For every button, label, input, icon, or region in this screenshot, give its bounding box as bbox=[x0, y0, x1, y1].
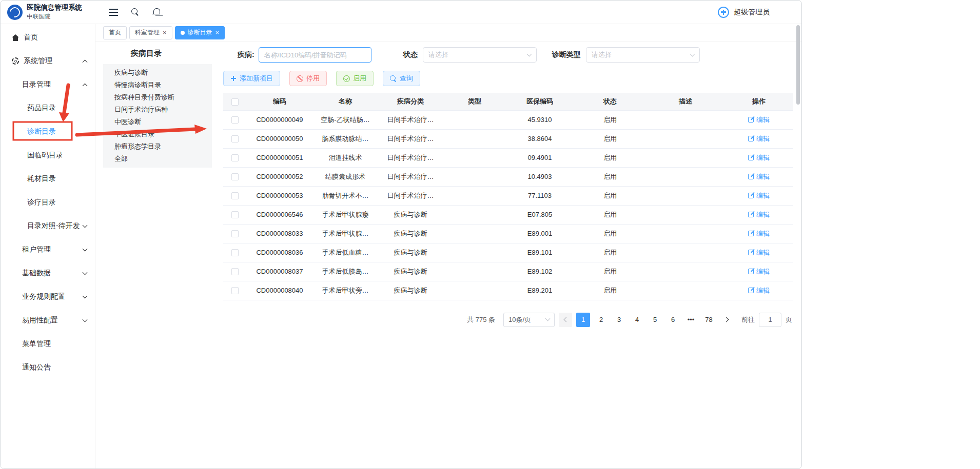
cell-code: CD0000000050 bbox=[246, 129, 313, 148]
row-checkbox[interactable] bbox=[231, 268, 239, 275]
active-tab-dot bbox=[181, 31, 185, 35]
cell-insurance-code: E89.001 bbox=[506, 224, 574, 243]
row-checkbox[interactable] bbox=[231, 135, 239, 142]
sidebar-item[interactable]: 耗材目录 bbox=[1, 167, 95, 191]
edit-icon bbox=[748, 136, 754, 141]
global-search-button[interactable] bbox=[131, 8, 139, 16]
catalog-item[interactable]: 疾病与诊断 bbox=[103, 67, 212, 79]
row-checkbox[interactable] bbox=[231, 116, 239, 124]
add-item-button[interactable]: 添加新项目 bbox=[223, 71, 280, 86]
cell-description bbox=[646, 110, 724, 129]
table-row: CD0000000052 结膜囊成形术 日间手术治疗… 10.4903 启用 bbox=[223, 167, 793, 186]
status-select-value: 请选择 bbox=[428, 50, 448, 59]
tab-close-icon[interactable]: × bbox=[215, 29, 220, 36]
row-checkbox[interactable] bbox=[231, 230, 239, 237]
edit-button[interactable]: 编辑 bbox=[748, 267, 770, 276]
catalog-item[interactable]: 中医诊断 bbox=[103, 116, 212, 128]
collapse-sidebar-button[interactable] bbox=[109, 9, 118, 16]
edit-icon bbox=[748, 250, 754, 255]
page-number-button[interactable]: 78 bbox=[702, 313, 716, 327]
page-size-select[interactable]: 10条/页 bbox=[503, 313, 555, 327]
edit-button[interactable]: 编辑 bbox=[748, 286, 770, 295]
edit-button[interactable]: 编辑 bbox=[748, 210, 770, 219]
tab[interactable]: 诊断目录 × bbox=[175, 26, 225, 39]
next-page-button[interactable] bbox=[720, 313, 733, 327]
page-number-button[interactable]: ••• bbox=[684, 313, 698, 327]
edit-icon bbox=[748, 288, 754, 293]
edit-button[interactable]: 编辑 bbox=[748, 248, 770, 257]
edit-button[interactable]: 编辑 bbox=[748, 153, 770, 162]
scrollbar-thumb[interactable] bbox=[796, 25, 800, 105]
tab[interactable]: 科室管理 × bbox=[129, 26, 172, 39]
edit-button[interactable]: 编辑 bbox=[748, 191, 770, 200]
sidebar-item[interactable]: 诊断目录 bbox=[1, 120, 95, 144]
cell-code: CD0000008036 bbox=[246, 243, 313, 262]
status-select[interactable]: 请选择 bbox=[423, 47, 537, 63]
sidebar-item[interactable]: 业务规则配置 bbox=[1, 285, 95, 309]
catalog-item[interactable]: 全部 bbox=[103, 153, 212, 165]
sidebar-item[interactable]: 首页 bbox=[1, 26, 95, 49]
sidebar-item[interactable]: 系统管理 bbox=[1, 49, 95, 73]
cell-code: CD0000000053 bbox=[246, 186, 313, 205]
cell-description bbox=[646, 167, 724, 186]
sidebar-item[interactable]: 易用性配置 bbox=[1, 309, 95, 332]
diagnosis-type-select[interactable]: 请选择 bbox=[586, 47, 700, 63]
edit-button[interactable]: 编辑 bbox=[748, 229, 770, 238]
table-row: CD0000008033 手术后甲状腺… 疾病与诊断 E89.001 启用 bbox=[223, 224, 793, 243]
user-menu[interactable]: 超级管理员 bbox=[718, 7, 801, 18]
row-checkbox[interactable] bbox=[231, 192, 239, 199]
disease-filter-label: 疾病: bbox=[238, 50, 254, 59]
sidebar-item[interactable]: 目录对照-待开发 bbox=[1, 214, 95, 238]
row-checkbox[interactable] bbox=[231, 249, 239, 256]
tab-label: 诊断目录 bbox=[188, 28, 212, 37]
sidebar-item[interactable]: 通知公告 bbox=[1, 356, 95, 379]
tab[interactable]: 首页 × bbox=[103, 26, 127, 39]
catalog-item[interactable]: 特慢病诊断目录 bbox=[103, 79, 212, 91]
row-checkbox[interactable] bbox=[231, 154, 239, 161]
prev-page-button[interactable] bbox=[559, 313, 572, 327]
cell-insurance-code: E07.805 bbox=[506, 205, 574, 224]
catalog-item[interactable]: 肿瘤形态学目录 bbox=[103, 140, 212, 153]
disable-button[interactable]: 停用 bbox=[289, 71, 327, 86]
sidebar-item[interactable]: 国临码目录 bbox=[1, 144, 95, 167]
query-button[interactable]: 查询 bbox=[383, 71, 420, 86]
edit-button[interactable]: 编辑 bbox=[748, 172, 770, 181]
sidebar-item[interactable]: 药品目录 bbox=[1, 96, 95, 120]
catalog-item[interactable]: 日间手术治疗病种 bbox=[103, 104, 212, 116]
edit-button[interactable]: 编辑 bbox=[748, 134, 770, 144]
status-filter-label: 状态 bbox=[403, 50, 418, 59]
sidebar-item[interactable]: 租户管理 bbox=[1, 238, 95, 261]
row-checkbox[interactable] bbox=[231, 211, 239, 218]
catalog-item[interactable]: 中医证候目录 bbox=[103, 128, 212, 140]
cell-code: CD0000008033 bbox=[246, 224, 313, 243]
sidebar-item[interactable]: 菜单管理 bbox=[1, 332, 95, 356]
enable-button[interactable]: 启用 bbox=[336, 71, 374, 86]
row-checkbox[interactable] bbox=[231, 173, 239, 180]
cell-code: CD0000000049 bbox=[246, 110, 313, 129]
cell-type bbox=[443, 129, 506, 148]
edit-button[interactable]: 编辑 bbox=[748, 115, 770, 125]
cell-type bbox=[443, 243, 506, 262]
scrollbar[interactable] bbox=[796, 25, 800, 466]
catalog-item[interactable]: 按病种目录付费诊断 bbox=[103, 91, 212, 104]
page-number-button[interactable]: 5 bbox=[648, 313, 662, 327]
sidebar-item[interactable]: 基础数据 bbox=[1, 261, 95, 285]
page-number-button[interactable]: 6 bbox=[666, 313, 680, 327]
page-number-button[interactable]: 1 bbox=[576, 313, 590, 327]
cell-category: 日间手术治疗… bbox=[378, 186, 443, 205]
tab-close-icon[interactable]: × bbox=[163, 29, 167, 36]
row-checkbox[interactable] bbox=[231, 287, 239, 294]
sidebar-item[interactable]: 诊疗目录 bbox=[1, 191, 95, 214]
page-number-button[interactable]: 3 bbox=[612, 313, 626, 327]
cell-description bbox=[646, 129, 724, 148]
page-number-button[interactable]: 4 bbox=[630, 313, 644, 327]
select-all-checkbox[interactable] bbox=[231, 98, 239, 106]
cell-status: 启用 bbox=[574, 167, 646, 186]
disease-search-input[interactable] bbox=[259, 47, 371, 63]
goto-page-input[interactable] bbox=[759, 313, 781, 327]
edit-icon bbox=[748, 117, 754, 123]
notifications-button[interactable] bbox=[152, 8, 160, 16]
page-number-button[interactable]: 2 bbox=[594, 313, 608, 327]
edit-label: 编辑 bbox=[756, 134, 770, 144]
sidebar-item[interactable]: 目录管理 bbox=[1, 73, 95, 96]
